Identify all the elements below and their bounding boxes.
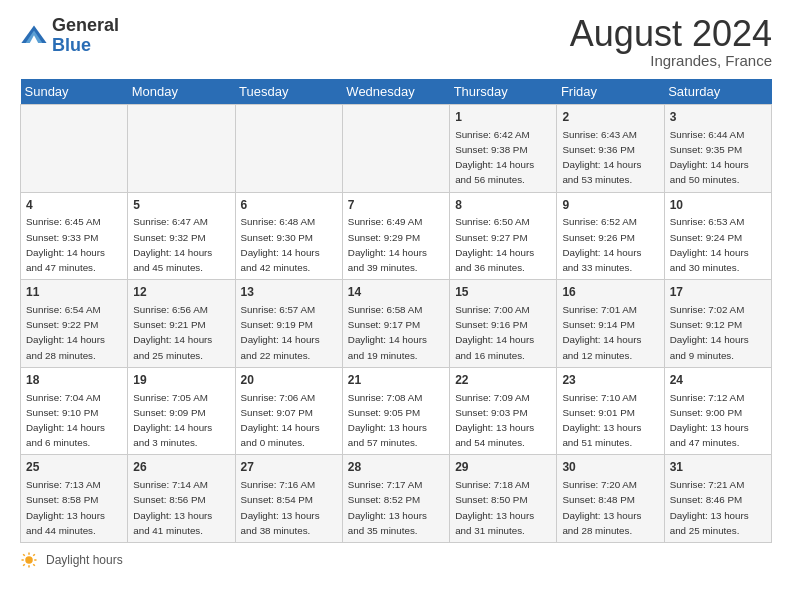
weekday-header-monday: Monday [128,79,235,105]
calendar-cell: 12Sunrise: 6:56 AM Sunset: 9:21 PM Dayli… [128,280,235,368]
calendar-cell: 3Sunrise: 6:44 AM Sunset: 9:35 PM Daylig… [664,105,771,193]
day-info: Sunrise: 7:14 AM Sunset: 8:56 PM Dayligh… [133,479,212,536]
day-number: 29 [455,459,551,476]
logo: General Blue [20,16,119,56]
weekday-header-row: SundayMondayTuesdayWednesdayThursdayFrid… [21,79,772,105]
logo-text: General Blue [52,16,119,56]
day-info: Sunrise: 7:13 AM Sunset: 8:58 PM Dayligh… [26,479,105,536]
page-container: General Blue August 2024 Ingrandes, Fran… [0,0,792,579]
calendar-cell: 11Sunrise: 6:54 AM Sunset: 9:22 PM Dayli… [21,280,128,368]
calendar-header: SundayMondayTuesdayWednesdayThursdayFrid… [21,79,772,105]
day-info: Sunrise: 6:48 AM Sunset: 9:30 PM Dayligh… [241,216,320,273]
day-number: 10 [670,197,766,214]
day-number: 23 [562,372,658,389]
day-number: 16 [562,284,658,301]
day-number: 27 [241,459,337,476]
day-number: 17 [670,284,766,301]
calendar-cell: 19Sunrise: 7:05 AM Sunset: 9:09 PM Dayli… [128,367,235,455]
title-block: August 2024 Ingrandes, France [570,16,772,69]
weekday-header-tuesday: Tuesday [235,79,342,105]
calendar-cell [128,105,235,193]
logo-general-text: General [52,15,119,35]
day-number: 31 [670,459,766,476]
day-number: 1 [455,109,551,126]
header: General Blue August 2024 Ingrandes, Fran… [20,16,772,69]
day-info: Sunrise: 7:12 AM Sunset: 9:00 PM Dayligh… [670,392,749,449]
calendar-cell: 7Sunrise: 6:49 AM Sunset: 9:29 PM Daylig… [342,192,449,280]
calendar-table: SundayMondayTuesdayWednesdayThursdayFrid… [20,79,772,543]
day-number: 28 [348,459,444,476]
day-info: Sunrise: 7:09 AM Sunset: 9:03 PM Dayligh… [455,392,534,449]
day-number: 25 [26,459,122,476]
calendar-week-5: 25Sunrise: 7:13 AM Sunset: 8:58 PM Dayli… [21,455,772,543]
day-info: Sunrise: 6:45 AM Sunset: 9:33 PM Dayligh… [26,216,105,273]
day-number: 15 [455,284,551,301]
calendar-cell: 30Sunrise: 7:20 AM Sunset: 8:48 PM Dayli… [557,455,664,543]
day-info: Sunrise: 7:04 AM Sunset: 9:10 PM Dayligh… [26,392,105,449]
calendar-week-4: 18Sunrise: 7:04 AM Sunset: 9:10 PM Dayli… [21,367,772,455]
weekday-header-wednesday: Wednesday [342,79,449,105]
day-number: 3 [670,109,766,126]
day-number: 6 [241,197,337,214]
day-info: Sunrise: 6:58 AM Sunset: 9:17 PM Dayligh… [348,304,427,361]
day-info: Sunrise: 6:43 AM Sunset: 9:36 PM Dayligh… [562,129,641,186]
calendar-cell: 1Sunrise: 6:42 AM Sunset: 9:38 PM Daylig… [450,105,557,193]
day-number: 26 [133,459,229,476]
day-info: Sunrise: 6:52 AM Sunset: 9:26 PM Dayligh… [562,216,641,273]
day-info: Sunrise: 7:08 AM Sunset: 9:05 PM Dayligh… [348,392,427,449]
daylight-label: Daylight hours [46,553,123,567]
calendar-cell: 8Sunrise: 6:50 AM Sunset: 9:27 PM Daylig… [450,192,557,280]
calendar-cell: 31Sunrise: 7:21 AM Sunset: 8:46 PM Dayli… [664,455,771,543]
day-number: 4 [26,197,122,214]
svg-line-8 [23,554,25,556]
svg-line-9 [33,564,35,566]
calendar-cell: 27Sunrise: 7:16 AM Sunset: 8:54 PM Dayli… [235,455,342,543]
day-number: 7 [348,197,444,214]
day-number: 21 [348,372,444,389]
day-number: 20 [241,372,337,389]
day-info: Sunrise: 7:05 AM Sunset: 9:09 PM Dayligh… [133,392,212,449]
weekday-header-saturday: Saturday [664,79,771,105]
day-info: Sunrise: 6:50 AM Sunset: 9:27 PM Dayligh… [455,216,534,273]
calendar-cell: 18Sunrise: 7:04 AM Sunset: 9:10 PM Dayli… [21,367,128,455]
weekday-header-thursday: Thursday [450,79,557,105]
calendar-cell: 15Sunrise: 7:00 AM Sunset: 9:16 PM Dayli… [450,280,557,368]
day-number: 5 [133,197,229,214]
day-info: Sunrise: 7:01 AM Sunset: 9:14 PM Dayligh… [562,304,641,361]
calendar-cell: 5Sunrise: 6:47 AM Sunset: 9:32 PM Daylig… [128,192,235,280]
day-info: Sunrise: 6:47 AM Sunset: 9:32 PM Dayligh… [133,216,212,273]
day-number: 2 [562,109,658,126]
calendar-body: 1Sunrise: 6:42 AM Sunset: 9:38 PM Daylig… [21,105,772,543]
logo-icon [20,22,48,50]
calendar-week-2: 4Sunrise: 6:45 AM Sunset: 9:33 PM Daylig… [21,192,772,280]
calendar-cell: 16Sunrise: 7:01 AM Sunset: 9:14 PM Dayli… [557,280,664,368]
day-info: Sunrise: 6:56 AM Sunset: 9:21 PM Dayligh… [133,304,212,361]
sun-icon [20,551,38,569]
day-number: 8 [455,197,551,214]
weekday-header-sunday: Sunday [21,79,128,105]
calendar-cell: 9Sunrise: 6:52 AM Sunset: 9:26 PM Daylig… [557,192,664,280]
calendar-cell: 24Sunrise: 7:12 AM Sunset: 9:00 PM Dayli… [664,367,771,455]
day-info: Sunrise: 7:10 AM Sunset: 9:01 PM Dayligh… [562,392,641,449]
day-info: Sunrise: 7:20 AM Sunset: 8:48 PM Dayligh… [562,479,641,536]
day-info: Sunrise: 7:02 AM Sunset: 9:12 PM Dayligh… [670,304,749,361]
day-info: Sunrise: 7:00 AM Sunset: 9:16 PM Dayligh… [455,304,534,361]
day-number: 11 [26,284,122,301]
month-title: August 2024 [570,16,772,52]
day-number: 9 [562,197,658,214]
calendar-cell: 20Sunrise: 7:06 AM Sunset: 9:07 PM Dayli… [235,367,342,455]
day-number: 24 [670,372,766,389]
day-info: Sunrise: 7:16 AM Sunset: 8:54 PM Dayligh… [241,479,320,536]
day-number: 13 [241,284,337,301]
calendar-cell [342,105,449,193]
location: Ingrandes, France [570,52,772,69]
calendar-cell: 22Sunrise: 7:09 AM Sunset: 9:03 PM Dayli… [450,367,557,455]
calendar-cell: 28Sunrise: 7:17 AM Sunset: 8:52 PM Dayli… [342,455,449,543]
calendar-cell: 21Sunrise: 7:08 AM Sunset: 9:05 PM Dayli… [342,367,449,455]
day-info: Sunrise: 6:53 AM Sunset: 9:24 PM Dayligh… [670,216,749,273]
calendar-cell: 13Sunrise: 6:57 AM Sunset: 9:19 PM Dayli… [235,280,342,368]
day-info: Sunrise: 6:42 AM Sunset: 9:38 PM Dayligh… [455,129,534,186]
footer: Daylight hours [20,551,772,569]
calendar-cell: 6Sunrise: 6:48 AM Sunset: 9:30 PM Daylig… [235,192,342,280]
calendar-week-3: 11Sunrise: 6:54 AM Sunset: 9:22 PM Dayli… [21,280,772,368]
